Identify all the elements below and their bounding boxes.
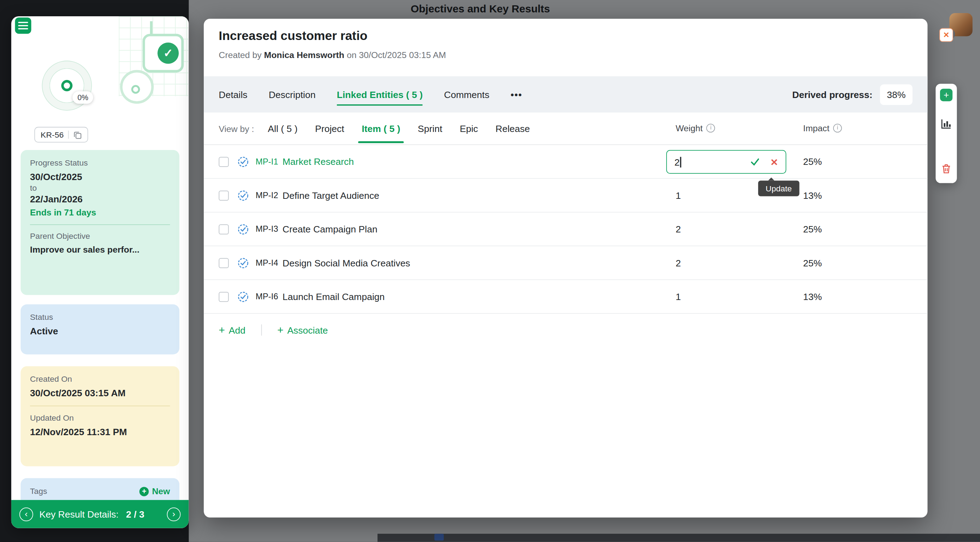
table-row[interactable]: MP-I1 Market Research 2 ✕ 25% Update [204, 145, 928, 179]
table-row[interactable]: MP-I6 Launch Email Campaign 1 13% [204, 280, 928, 313]
updated-on-label: Updated On [30, 413, 170, 423]
item-impact: 25% [803, 257, 822, 268]
status-card: Status Active [21, 304, 179, 354]
card-divider [30, 224, 170, 225]
derived-progress-value: 38% [880, 84, 912, 105]
weight-input[interactable]: 2 ✕ [666, 150, 786, 174]
plus-icon: + [219, 325, 225, 335]
impact-column-header: Impacti [803, 123, 842, 133]
divider [261, 324, 262, 336]
item-impact: 13% [803, 190, 822, 200]
chevron-left-icon[interactable]: ‹ [19, 507, 33, 521]
item-type-icon [237, 257, 249, 269]
item-name-link[interactable]: Launch Email Campaign [283, 291, 385, 302]
row-checkbox[interactable] [219, 291, 229, 301]
screen: Objectives and Key Results 91 ⚙ ✕ ✓ 0% K… [0, 0, 980, 542]
info-icon: i [833, 124, 842, 133]
derived-progress: Derived progress: 38% [792, 84, 912, 105]
item-type-icon [237, 224, 249, 235]
tab-linked-entities[interactable]: Linked Entities ( 5 ) [337, 89, 423, 100]
status-label: Status [30, 312, 170, 322]
progress-status-label: Progress Status [30, 158, 170, 167]
list-actions: + Add + Associate [204, 324, 928, 336]
end-date: 22/Jan/2026 [30, 194, 170, 205]
pager-label: Key Result Details: [39, 509, 119, 519]
tab-details[interactable]: Details [219, 89, 247, 100]
add-button[interactable]: + Add [219, 325, 245, 335]
filter-project[interactable]: Project [315, 123, 344, 134]
hamburger-menu-icon[interactable] [15, 17, 31, 33]
plus-icon: + [277, 325, 284, 335]
to-label: to [30, 183, 170, 192]
creator-name: Monica Hemsworth [264, 50, 344, 60]
row-checkbox[interactable] [219, 157, 229, 167]
item-weight: 2 [676, 224, 681, 234]
derived-progress-label: Derived progress: [792, 89, 872, 100]
add-tag-label: New [152, 486, 170, 496]
item-impact: 13% [803, 291, 822, 302]
associate-button[interactable]: + Associate [277, 325, 328, 335]
decorative-illustration: ✓ [119, 16, 189, 96]
key-result-detail-modal: Increased customer ratio Created byMonic… [204, 19, 928, 518]
add-icon[interactable]: + [940, 89, 952, 101]
filter-release[interactable]: Release [496, 123, 530, 134]
view-by-bar: View by : All ( 5 ) Project Item ( 5 ) S… [204, 113, 928, 145]
item-name-link[interactable]: Design Social Media Creatives [283, 257, 410, 268]
row-checkbox[interactable] [219, 258, 229, 268]
close-icon[interactable]: ✕ [939, 28, 953, 42]
key-result-pager-bar: ‹ Key Result Details: 2 / 3 › [11, 500, 189, 528]
check-icon: ✓ [158, 43, 179, 64]
chevron-right-icon[interactable]: › [167, 507, 181, 521]
row-checkbox[interactable] [219, 190, 229, 200]
item-code: MP-I6 [256, 292, 278, 301]
plus-icon: + [139, 486, 149, 496]
item-code: MP-I4 [256, 258, 278, 267]
add-tag-button[interactable]: + New [139, 486, 170, 496]
item-code: MP-I2 [256, 191, 278, 200]
view-by-label: View by : [219, 124, 254, 134]
weight-input-value: 2 [675, 157, 679, 167]
progress-percent-badge: 0% [73, 91, 94, 104]
item-name-link[interactable]: Market Research [283, 156, 354, 167]
tab-comments[interactable]: Comments [444, 89, 489, 100]
status-value: Active [30, 326, 170, 336]
item-type-icon [237, 190, 249, 201]
filter-item[interactable]: Item ( 5 ) [361, 123, 400, 134]
item-type-icon [237, 291, 249, 302]
item-impact: 25% [803, 224, 822, 234]
table-row[interactable]: MP-I2 Define Target Audience 1 13% [204, 179, 928, 212]
tags-label: Tags [30, 486, 48, 495]
chart-icon[interactable] [940, 118, 952, 130]
item-name-link[interactable]: Create Campaign Plan [283, 224, 377, 234]
more-tabs-icon[interactable]: ••• [511, 89, 522, 100]
parent-objective-value[interactable]: Improve our sales perfor... [30, 245, 170, 254]
trash-icon[interactable] [940, 162, 952, 175]
dates-card: Created On 30/Oct/2025 03:15 AM Updated … [21, 366, 179, 466]
table-row[interactable]: MP-I4 Design Social Media Creatives 2 25… [204, 246, 928, 280]
filter-epic[interactable]: Epic [460, 123, 478, 134]
tab-description[interactable]: Description [269, 89, 316, 100]
item-weight: 2 [676, 257, 681, 268]
item-weight: 1 [676, 190, 681, 200]
key-result-side-panel: ✓ 0% KR-56 Progress Status 30/Oct/2025 t… [11, 16, 189, 528]
row-checkbox[interactable] [219, 224, 229, 234]
kr-id: KR-56 [41, 130, 64, 139]
modal-tab-bar: Details Description Linked Entities ( 5 … [204, 76, 928, 113]
filter-all[interactable]: All ( 5 ) [268, 123, 298, 134]
copy-icon[interactable] [73, 130, 82, 139]
start-date: 30/Oct/2025 [30, 171, 170, 182]
ends-in: Ends in 71 days [30, 208, 170, 218]
item-code: MP-I1 [256, 157, 278, 166]
filter-sprint[interactable]: Sprint [418, 123, 442, 134]
card-divider [30, 406, 170, 407]
created-on-value: 30/Oct/2025 03:15 AM [30, 388, 170, 398]
modal-header: Increased customer ratio Created byMonic… [204, 19, 928, 76]
update-tooltip: Update [758, 181, 799, 196]
item-weight: 1 [676, 291, 681, 302]
modal-action-rail: + [936, 84, 957, 183]
cancel-icon[interactable]: ✕ [770, 157, 778, 166]
item-name-link[interactable]: Define Target Audience [283, 190, 380, 200]
confirm-icon[interactable] [750, 156, 761, 168]
created-byline: Created byMonica Hemsworthon 30/Oct/2025… [219, 50, 912, 60]
table-row[interactable]: MP-I3 Create Campaign Plan 2 25% [204, 213, 928, 246]
